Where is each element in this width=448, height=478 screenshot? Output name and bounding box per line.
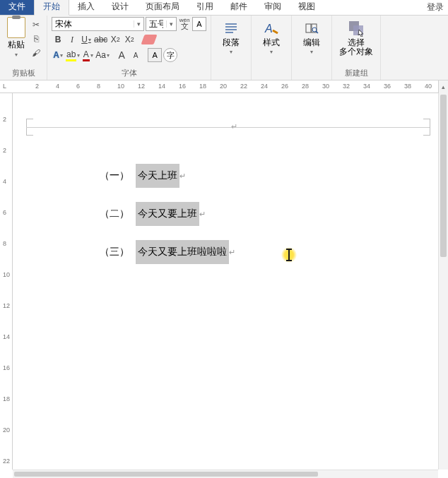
ruler-h-l: L [3,83,6,90]
ribbon-tabs: 文件 开始 插入 设计 页面布局 引用 邮件 审阅 视图 登录 [0,0,448,16]
tab-insert[interactable]: 插入 [69,0,103,15]
format-painter-button[interactable]: 🖌 [30,47,42,59]
editing-dropdown-icon[interactable]: ▾ [310,49,313,55]
font-size-input[interactable] [146,18,166,30]
paragraph-icon [223,20,240,37]
char-shading-button[interactable]: A [148,48,162,62]
ruler-h-tick: 22 [240,83,247,90]
eraser-button[interactable] [143,33,155,46]
vscroll-thumb[interactable] [440,95,447,257]
selected-text[interactable]: 今天又要上班啦啦啦 [136,240,229,264]
ruler-v-tick: 4 [3,178,6,185]
group-paragraph: 段落 ▾ [211,16,252,80]
paragraph-dropdown-icon[interactable]: ▾ [230,49,232,55]
svg-text:A: A [264,23,273,35]
grow-font-button[interactable]: A [115,49,128,61]
group-clipboard: 粘贴 ▾ ✂ ⎘ 🖌 剪贴板 [0,16,47,80]
superscript-button[interactable]: X2 [123,33,136,46]
editing-button[interactable]: 编辑 ▾ [296,17,327,55]
workarea: L ▴ 246810121416182022242628303234363840… [0,80,448,478]
tab-design[interactable]: 设计 [103,0,137,15]
ruler-h-tick: 24 [261,83,268,90]
ruler-h-tick: 2 [35,83,39,90]
text-cursor-highlight [281,247,297,263]
list-number: （一） [93,164,136,182]
paragraph-button[interactable]: 段落 ▾ [216,17,247,55]
group-select-objects: 选择多个对象 新建组 [332,16,381,80]
styles-label: 样式 [263,38,280,47]
group-clipboard-label: 剪贴板 [4,67,42,80]
font-size-dropdown-icon[interactable]: ▾ [166,20,176,28]
ruler-h-tick: 28 [302,83,309,90]
tab-mail[interactable]: 邮件 [222,0,256,15]
return-icon: ↵ [229,248,235,256]
ruler-h-end-icon[interactable]: ▴ [438,80,448,93]
subscript-button[interactable]: X2 [109,33,122,46]
group-styles: A 样式 ▾ [252,16,292,80]
list-item[interactable]: （三） 今天又要上班啦啦啦↵ [93,240,235,278]
document-content[interactable]: （一） 今天上班↵ （二） 今天又要上班↵ （三） 今天又要上班啦啦啦↵ [93,164,235,278]
font-name-dropdown-icon[interactable]: ▾ [134,20,143,28]
login-link[interactable]: 登录 [427,1,444,13]
highlight-button[interactable]: ab [66,49,80,61]
font-size-combo[interactable]: ▾ [146,17,177,31]
ruler-v-tick: 6 [3,209,6,216]
phonetic-bottom: 文 [181,23,189,30]
font-color-button[interactable]: A [81,49,94,61]
ruler-h-tick: 34 [363,83,370,90]
ruler-h-tick: 30 [322,83,329,90]
char-border-button[interactable]: A [192,17,206,31]
paste-button[interactable]: 粘贴 ▾ [4,17,28,59]
horizontal-scrollbar[interactable] [13,470,438,478]
paste-dropdown-icon[interactable]: ▾ [15,52,18,58]
change-case-button[interactable]: Aa [95,49,110,61]
ruler-vertical[interactable]: 2246810121416182022 [0,93,13,470]
tab-layout[interactable]: 页面布局 [137,0,188,15]
group-select-objects-label: 新建组 [336,67,376,80]
font-name-combo[interactable]: ▾ [52,17,144,31]
return-icon: ↵ [199,210,206,218]
list-item[interactable]: （一） 今天上班↵ [93,164,235,202]
ruler-horizontal[interactable]: L ▴ 246810121416182022242628303234363840 [0,80,448,93]
editing-label: 编辑 [303,38,320,47]
underline-button[interactable]: U [80,33,93,46]
ruler-v-tick: 2 [3,116,6,123]
ruler-v-tick: 2 [3,147,6,154]
select-objects-button[interactable]: 选择多个对象 [336,17,376,56]
selected-text[interactable]: 今天上班 [136,164,179,188]
ribbon: 粘贴 ▾ ✂ ⎘ 🖌 剪贴板 ▾ ▾ [0,16,448,80]
enclose-char-button[interactable]: 字 [163,48,177,62]
document-pane[interactable]: ↵ （一） 今天上班↵ （二） 今天又要上班↵ （三） 今天又要上班啦啦啦↵ [13,93,438,470]
ruler-h-tick: 26 [281,83,288,90]
pilcrow-icon: ↵ [231,122,237,131]
text-effects-button[interactable]: A [52,49,64,61]
tab-view[interactable]: 视图 [290,0,324,15]
page: ↵ （一） 今天上班↵ （二） 今天又要上班↵ （三） 今天又要上班啦啦啦↵ [23,113,432,470]
tab-references[interactable]: 引用 [188,0,222,15]
ruler-h-tick: 20 [220,83,227,90]
styles-dropdown-icon[interactable]: ▾ [270,49,273,55]
tab-file[interactable]: 文件 [0,0,34,15]
cut-button[interactable]: ✂ [30,18,42,31]
strikethrough-button[interactable]: abc [94,33,107,46]
font-name-input[interactable] [52,18,134,30]
ruler-h-tick: 8 [97,83,100,90]
italic-button[interactable]: I [66,33,78,46]
selected-text[interactable]: 今天又要上班 [136,202,199,226]
list-number: （二） [93,202,136,220]
eraser-icon [141,35,158,44]
ibeam-icon [288,250,290,260]
styles-button[interactable]: A 样式 ▾ [256,17,287,55]
vertical-scrollbar[interactable] [438,93,448,470]
ruler-v-tick: 12 [3,302,10,309]
group-font-label: 字体 [52,67,206,80]
phonetic-guide-button[interactable]: wén 文 [178,18,191,30]
tab-review[interactable]: 审阅 [256,0,290,15]
copy-button[interactable]: ⎘ [30,32,42,45]
tab-home[interactable]: 开始 [34,0,69,16]
list-item[interactable]: （二） 今天又要上班↵ [93,202,235,240]
bold-button[interactable]: B [52,33,64,46]
ruler-v-tick: 16 [3,364,10,371]
shrink-font-button[interactable]: A [129,49,142,61]
hscroll-thumb[interactable] [14,472,318,477]
